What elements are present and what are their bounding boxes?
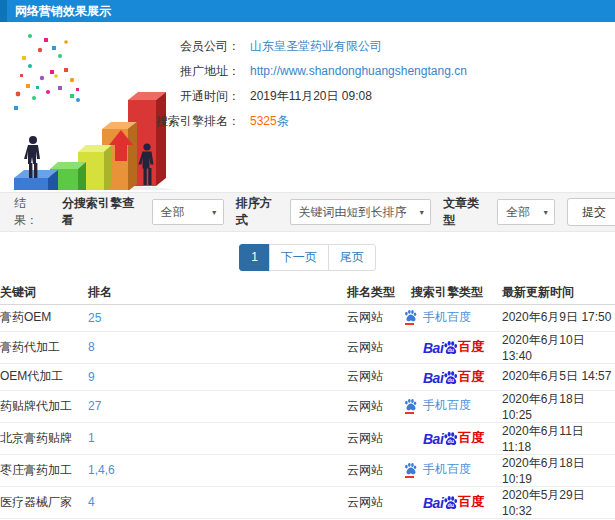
baidu-paw-icon: du <box>442 495 459 511</box>
field-member-company: 会员公司： 山东皇圣堂药业有限公司 <box>0 34 382 59</box>
page-current[interactable]: 1 <box>239 244 270 271</box>
engine-filter-select[interactable]: 全部 <box>152 199 224 225</box>
pagination-wrap: 1 下一页 尾页 <box>0 232 615 282</box>
rank-cell: 9 <box>88 363 347 390</box>
svg-text:du: du <box>448 438 455 444</box>
mobile-baidu-logo: 手机百度 <box>403 397 471 414</box>
col-rank: 排名 <box>88 282 347 304</box>
baidu-baidu-text: 百度 <box>458 338 484 356</box>
col-updated: 最新更新时间 <box>502 282 615 304</box>
open-time-label: 开通时间： <box>0 84 240 109</box>
baidu-paw-icon <box>403 462 418 476</box>
page-last[interactable]: 尾页 <box>328 244 376 271</box>
keyword-cell: 医疗器械厂家 <box>0 486 88 518</box>
page-next[interactable]: 下一页 <box>269 244 329 271</box>
rank-link[interactable]: 27 <box>88 399 101 413</box>
keyword-cell: OEM代加工 <box>0 363 88 390</box>
baidu-paw-icon: du <box>442 340 459 356</box>
mobile-baidu-logo: 手机百度 <box>403 461 471 478</box>
rank-cell: 25 <box>88 304 347 331</box>
rank-cell: 4 <box>88 486 347 518</box>
baidu-logo: Bai du 百度 <box>423 493 484 511</box>
table-row: 枣庄膏药加工 1,4,6 云网站 手机百度 2020年 <box>0 454 615 486</box>
se-rank-count-value: 5325 <box>250 109 277 134</box>
engine-cell: Bai du 百度 <box>403 422 502 454</box>
keyword-cell: 膏药OEM <box>0 304 88 331</box>
baidu-baidu-text: 百度 <box>458 429 484 447</box>
baidu-baidu-text: 百度 <box>458 493 484 511</box>
col-engine-type: 搜索引擎类型 <box>403 282 502 304</box>
open-time-value: 2019年11月20日 09:08 <box>250 84 372 109</box>
rank-cell: 1 <box>88 422 347 454</box>
submit-button[interactable]: 提交 <box>567 198 615 226</box>
field-se-rank-count: 搜索引擎排名： 5325条 <box>0 109 289 134</box>
rank-cell: 27 <box>88 390 347 422</box>
member-company-label: 会员公司： <box>0 34 240 59</box>
table-header-row: 关键词 排名 排名类型 搜索引擎类型 最新更新时间 <box>0 282 615 304</box>
rank-type-cell: 云网站 <box>347 486 403 518</box>
rank-type-cell: 云网站 <box>347 304 403 331</box>
rank-link[interactable]: 4 <box>88 495 95 509</box>
article-type-label: 文章类型 <box>443 195 491 229</box>
info-section: 会员公司： 山东皇圣堂药业有限公司 推广地址： http://www.shand… <box>0 22 615 192</box>
engine-cell: Bai du 百度 <box>403 331 502 363</box>
updated-cell: 2020年6月18日 10:25 <box>502 390 615 422</box>
field-promo-url: 推广地址： http://www.shandonghuangshengtang.… <box>0 59 467 84</box>
table-row: 医疗器械厂家 4 云网站 Bai du 百度 2020年5月29日 10:32 <box>0 486 615 518</box>
filter-bar: 结果： 分搜索引擎查看 全部 排序方式 关键词由短到长排序 文章类型 全部 提交 <box>0 192 615 232</box>
keyword-cell: 北京膏药贴牌 <box>0 422 88 454</box>
engine-cell: 手机百度 <box>403 390 502 422</box>
member-company-link[interactable]: 山东皇圣堂药业有限公司 <box>250 34 382 59</box>
table-row: 膏药OEM 25 云网站 手机百度 2020年6月9日 <box>0 304 615 331</box>
mobile-baidu-label: 手机百度 <box>423 461 471 478</box>
rank-link[interactable]: 8 <box>88 340 95 354</box>
col-rank-type: 排名类型 <box>347 282 403 304</box>
rank-cell: 1,4,6 <box>88 454 347 486</box>
table-body: 膏药OEM 25 云网站 手机百度 2020年6月9日 <box>0 304 615 520</box>
rank-link[interactable]: 1,4,6 <box>88 463 115 477</box>
updated-cell: 2020年6月11日 11:18 <box>502 422 615 454</box>
updated-cell: 2020年5月29日 10:32 <box>502 486 615 518</box>
engine-cell: 手机百度 <box>403 304 502 331</box>
updated-cell: 2020年6月10日 13:40 <box>502 331 615 363</box>
rank-link[interactable]: 1 <box>88 431 95 445</box>
baidu-paw-icon: du <box>442 370 459 386</box>
se-rank-count-label: 搜索引擎排名： <box>0 109 240 134</box>
se-rank-count-unit: 条 <box>277 109 289 134</box>
engine-cell: Bai du 百度 <box>403 363 502 390</box>
updated-cell: 2020年6月5日 14:57 <box>502 363 615 390</box>
table-row: OEM代加工 9 云网站 Bai du 百度 2020年6月5日 14:57 <box>0 363 615 390</box>
rank-link[interactable]: 9 <box>88 370 95 384</box>
baidu-red-underline <box>405 412 414 414</box>
promo-url-link[interactable]: http://www.shandonghuangshengtang.cn <box>250 59 467 84</box>
pagination: 1 下一页 尾页 <box>239 244 376 271</box>
baidu-baidu-text: 百度 <box>458 368 484 386</box>
rank-cell: 8 <box>88 331 347 363</box>
keyword-cell: 膏药代加工 <box>0 331 88 363</box>
filter-group: 分搜索引擎查看 全部 排序方式 关键词由短到长排序 文章类型 全部 提交 <box>50 195 615 229</box>
rank-type-cell: 云网站 <box>347 390 403 422</box>
rank-type-cell: 云网站 <box>347 422 403 454</box>
rank-type-cell: 云网站 <box>347 454 403 486</box>
svg-text:du: du <box>448 502 455 508</box>
col-keyword: 关键词 <box>0 282 88 304</box>
baidu-logo: Bai du 百度 <box>423 429 484 447</box>
baidu-bai-text: Bai <box>423 495 443 511</box>
updated-cell: 2020年6月18日 10:19 <box>502 454 615 486</box>
baidu-paw-icon <box>403 398 418 412</box>
baidu-paw-icon: du <box>442 431 459 447</box>
mobile-baidu-label: 手机百度 <box>423 397 471 414</box>
promo-url-label: 推广地址： <box>0 59 240 84</box>
baidu-bai-text: Bai <box>423 340 443 356</box>
rank-link[interactable]: 25 <box>88 311 101 325</box>
svg-text:du: du <box>448 377 455 383</box>
sort-select[interactable]: 关键词由短到长排序 <box>290 199 432 225</box>
article-type-select[interactable]: 全部 <box>497 199 555 225</box>
baidu-logo: Bai du 百度 <box>423 368 484 386</box>
engine-filter-label: 分搜索引擎查看 <box>62 195 146 229</box>
baidu-bai-text: Bai <box>423 431 443 447</box>
baidu-paw-icon <box>403 309 418 323</box>
page-title: 网络营销效果展示 <box>0 0 615 22</box>
mobile-baidu-label: 手机百度 <box>423 309 471 326</box>
baidu-red-underline <box>405 323 414 325</box>
